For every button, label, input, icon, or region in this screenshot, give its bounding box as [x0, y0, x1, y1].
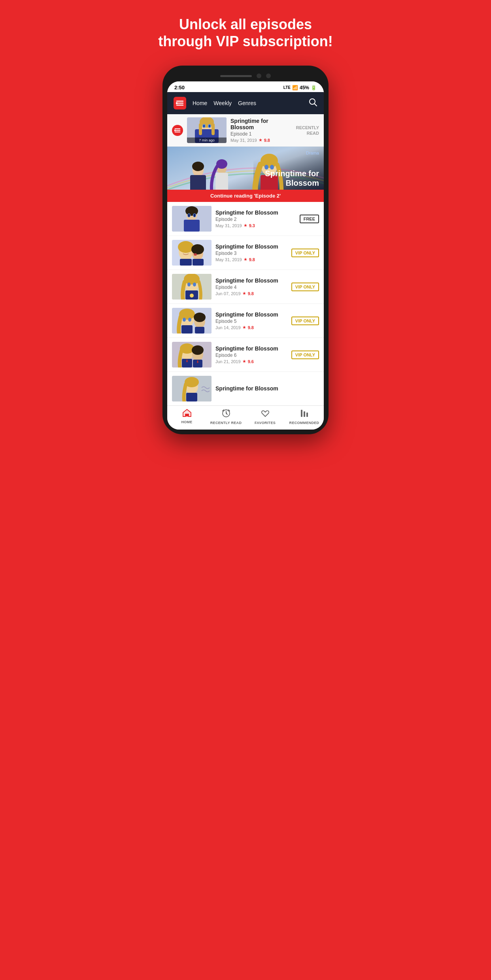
svg-point-12: [203, 125, 205, 127]
svg-point-48: [193, 283, 196, 286]
episode-title-7: Springtime for Blossom: [215, 385, 319, 392]
episode-row-5[interactable]: Springtime for Blossom Episode 5 Jun 14,…: [167, 304, 324, 338]
svg-point-42: [194, 253, 197, 256]
nav-bar: Home Weekly Genres: [167, 92, 324, 114]
status-time: 2:50: [174, 85, 185, 90]
recently-read-label: RECENTLY READ: [210, 421, 242, 425]
episode-row-4[interactable]: Springtime for Blossom Episode 4 Jun 07,…: [167, 270, 324, 304]
home-label: HOME: [181, 420, 192, 424]
svg-point-13: [209, 125, 210, 127]
favorites-icon: [261, 409, 270, 420]
episode-date-rating-2: May 31, 2019 ★ 9.3: [215, 223, 296, 228]
svg-rect-58: [195, 327, 204, 334]
episode-title-5: Springtime for Blossom: [215, 311, 287, 318]
svg-point-3: [174, 130, 176, 131]
episode-title-2: Springtime for Blossom: [215, 209, 296, 216]
episode-number-3: Episode 3: [215, 251, 287, 256]
status-bar: 2:50 LTE 📶 45% 🔋: [167, 81, 324, 92]
episode-date-5: Jun 14, 2019: [215, 325, 241, 330]
episode-thumbnail-3: [172, 240, 212, 266]
home-icon: [183, 409, 191, 419]
star-icon: ★: [259, 138, 262, 143]
episode-thumbnail-5: [172, 308, 212, 334]
badge-vip-4: VIP ONLY: [291, 283, 319, 291]
status-right: LTE 📶 45% 🔋: [283, 85, 317, 90]
favorites-label: FAVORITES: [255, 421, 276, 425]
star-icon-3: ★: [244, 257, 247, 262]
recently-read-thumbnail: 7 min ago: [187, 117, 227, 143]
episode-row-3[interactable]: Springtime for Blossom Episode 3 May 31,…: [167, 236, 324, 270]
recently-read-date-rating: May 31, 2019 ★ 9.8: [230, 138, 292, 143]
recommended-icon: [300, 409, 309, 420]
svg-point-40: [191, 244, 204, 254]
episode-rating-3: 9.8: [249, 257, 255, 262]
phone-notch: [167, 74, 324, 78]
svg-rect-71: [301, 410, 302, 417]
episode-list: Springtime for Blossom Episode 2 May 31,…: [167, 202, 324, 405]
svg-point-33: [188, 214, 190, 217]
svg-point-49: [190, 294, 194, 298]
episode-rating-2: 9.3: [249, 223, 255, 228]
recently-read-icon: [222, 409, 230, 420]
bottom-nav-favorites[interactable]: FAVORITES: [246, 409, 285, 425]
status-battery: 45%: [300, 85, 309, 90]
recommended-label: RECOMMENDED: [289, 421, 319, 425]
bottom-nav-recommended[interactable]: RECOMMENDED: [285, 409, 324, 425]
episode-info-7: Springtime for Blossom: [215, 385, 319, 392]
star-icon-4: ★: [242, 291, 246, 296]
recently-read-row[interactable]: 7 min ago Springtime for Blossom Episode…: [167, 114, 324, 147]
episode-number-4: Episode 4: [215, 285, 287, 290]
svg-point-29: [185, 206, 198, 216]
badge-vip-3: VIP ONLY: [291, 249, 319, 257]
svg-point-57: [194, 313, 206, 322]
recently-read-info: Springtime for Blossom Episode 1 May 31,…: [230, 118, 292, 143]
episode-row[interactable]: Springtime for Blossom Episode 2 May 31,…: [167, 202, 324, 236]
notch-dot-right: [266, 74, 271, 78]
svg-point-64: [192, 345, 204, 355]
svg-rect-8: [199, 123, 202, 135]
bottom-nav-recently-read[interactable]: RECENTLY READ: [206, 409, 246, 425]
episode-info-3: Springtime for Blossom Episode 3 May 31,…: [215, 243, 287, 262]
nav-weekly[interactable]: Weekly: [213, 100, 232, 106]
app-logo[interactable]: [174, 97, 186, 109]
banner-title: Springtime for Blossom: [265, 169, 319, 188]
svg-point-23: [261, 154, 278, 168]
episode-title-3: Springtime for Blossom: [215, 243, 287, 250]
banner-cta[interactable]: Continue reading 'Episode 2': [167, 190, 324, 202]
battery-icon: 🔋: [311, 85, 317, 90]
promo-line1: Unlock all episodes: [179, 16, 312, 32]
episode-number-2: Episode 2: [215, 217, 296, 222]
phone-screen: 2:50 LTE 📶 45% 🔋 Home Weekly: [167, 81, 324, 430]
episode-date-rating-3: May 31, 2019 ★ 9.8: [215, 257, 287, 262]
star-icon-5: ★: [242, 325, 246, 330]
svg-point-37: [178, 241, 194, 253]
episode-info-5: Springtime for Blossom Episode 5 Jun 14,…: [215, 311, 287, 330]
svg-rect-30: [184, 220, 200, 232]
featured-banner[interactable]: Drama Springtime for Blossom Continue re…: [167, 147, 324, 202]
nav-home[interactable]: Home: [193, 100, 207, 106]
time-ago-overlay: 7 min ago: [187, 138, 227, 143]
search-icon[interactable]: [309, 98, 317, 109]
bottom-nav-home[interactable]: HOME: [167, 409, 206, 425]
badge-vip-6: VIP ONLY: [291, 351, 319, 359]
banner-genre: Drama: [306, 151, 319, 155]
episode-date-2: May 31, 2019: [215, 223, 242, 228]
episode-date-rating-4: Jun 07, 2019 ★ 9.8: [215, 291, 287, 296]
episode-number-5: Episode 5: [215, 318, 287, 324]
episode-date-6: Jun 21, 2019: [215, 359, 241, 364]
recently-read-label: RECENTLY READ: [296, 125, 319, 136]
nav-links: Home Weekly Genres: [193, 100, 302, 106]
episode-row-6[interactable]: Springtime for Blossom Episode 6 Jun 21,…: [167, 338, 324, 372]
recently-read-title: Springtime for Blossom: [230, 118, 292, 130]
badge-vip-5: VIP ONLY: [291, 317, 319, 325]
nav-genres[interactable]: Genres: [238, 100, 256, 106]
episode-date-rating-5: Jun 14, 2019 ★ 9.8: [215, 325, 287, 330]
svg-rect-72: [304, 411, 305, 417]
episode-rating-5: 9.8: [248, 325, 254, 330]
recently-read-rating: 9.8: [264, 138, 270, 143]
recently-read-episode: Episode 1: [230, 131, 292, 137]
episode-row-7[interactable]: Springtime for Blossom: [167, 372, 324, 405]
promo-line2: through VIP subscription!: [158, 33, 332, 49]
star-icon-2: ★: [244, 223, 247, 228]
star-icon-6: ★: [242, 359, 246, 364]
